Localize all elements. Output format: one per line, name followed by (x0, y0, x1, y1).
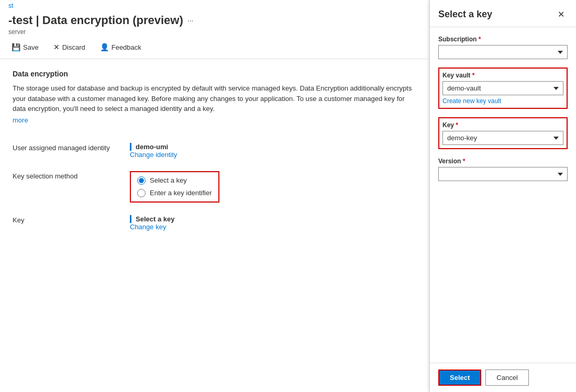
content-area: Data encryption The storage used for dat… (0, 59, 429, 392)
key-selection-value: Select a key Enter a key identifier (130, 171, 416, 203)
discard-label: Discard (62, 43, 85, 51)
side-panel-footer: Select Cancel (430, 363, 576, 392)
save-icon: 💾 (12, 43, 20, 51)
identity-label: User assigned managed identity (13, 143, 117, 152)
version-field-label: Version * (438, 158, 568, 165)
page-title: -test | Data encryption (preview) (8, 14, 183, 27)
key-vault-select[interactable]: demo-vault (442, 81, 563, 95)
toolbar: 💾 Save ✕ Discard 👤 Feedback (0, 36, 429, 59)
feedback-button[interactable]: 👤 Feedback (97, 41, 145, 53)
cancel-button[interactable]: Cancel (485, 369, 528, 386)
identity-value: demo-umi Change identity (130, 143, 416, 159)
save-button[interactable]: 💾 Save (8, 41, 42, 53)
radio-select-key[interactable]: Select a key (137, 176, 212, 185)
breadcrumb: st (0, 0, 429, 9)
radio-enter-identifier[interactable]: Enter a key identifier (137, 189, 212, 197)
options-ellipsis[interactable]: ··· (187, 16, 194, 25)
key-field-label: Key (13, 215, 117, 224)
subscription-select[interactable] (438, 45, 568, 59)
form-row-key-selection: Key selection method Select a key Enter … (13, 165, 416, 209)
side-panel-body: Subscription * Key vault * demo-vault Cr… (430, 27, 576, 363)
form-row-identity: User assigned managed identity demo-umi … (13, 137, 416, 165)
key-vault-required-star: * (472, 72, 475, 79)
key-field-value: Select a key Change key (130, 215, 416, 231)
page-subtitle: server (0, 27, 429, 36)
side-panel: Select a key ✕ Subscription * Key vault … (429, 0, 576, 392)
read-more-link[interactable]: more (13, 116, 28, 124)
radio-select-key-label: Select a key (150, 176, 187, 184)
version-field-group: Version * (438, 158, 568, 181)
description-text: The storage used for database and backup… (13, 83, 416, 114)
feedback-icon: 👤 (100, 43, 109, 51)
create-key-vault-link[interactable]: Create new key vault (442, 97, 563, 105)
radio-select-key-input[interactable] (137, 176, 146, 185)
radio-enter-identifier-label: Enter a key identifier (150, 189, 212, 197)
key-selection-label: Key selection method (13, 171, 117, 180)
radio-group-box: Select a key Enter a key identifier (130, 171, 219, 203)
save-label: Save (23, 43, 39, 51)
form-table: User assigned managed identity demo-umi … (13, 137, 416, 237)
key-field-group: Key * demo-key (438, 117, 568, 149)
main-panel: st -test | Data encryption (preview) ···… (0, 0, 429, 392)
version-required-star: * (463, 158, 466, 165)
subscription-required-star: * (479, 36, 481, 43)
discard-button[interactable]: ✕ Discard (50, 41, 88, 53)
select-button[interactable]: Select (438, 369, 481, 386)
close-panel-button[interactable]: ✕ (555, 8, 568, 20)
key-name: Select a key (130, 215, 416, 223)
form-row-key: Key Select a key Change key (13, 209, 416, 237)
subscription-field-label: Subscription * (438, 36, 568, 43)
key-select-field-label: Key * (442, 121, 563, 129)
breadcrumb-link[interactable]: st (8, 2, 13, 9)
radio-enter-identifier-input[interactable] (137, 189, 146, 197)
identity-name: demo-umi (130, 143, 416, 151)
key-vault-field-group: Key vault * demo-vault Create new key va… (438, 68, 568, 109)
side-panel-header: Select a key ✕ (430, 0, 576, 27)
key-select[interactable]: demo-key (442, 131, 563, 145)
feedback-label: Feedback (112, 43, 141, 51)
change-identity-link[interactable]: Change identity (130, 151, 416, 159)
subscription-field-group: Subscription * (438, 36, 568, 59)
discard-icon: ✕ (53, 43, 60, 51)
side-panel-title: Select a key (438, 9, 492, 20)
section-title: Data encryption (13, 70, 416, 78)
page-header: -test | Data encryption (preview) ··· (0, 9, 429, 27)
change-key-link[interactable]: Change key (130, 223, 416, 231)
key-vault-field-label: Key vault * (442, 72, 563, 79)
version-select[interactable] (438, 167, 568, 181)
key-required-star: * (456, 121, 458, 129)
